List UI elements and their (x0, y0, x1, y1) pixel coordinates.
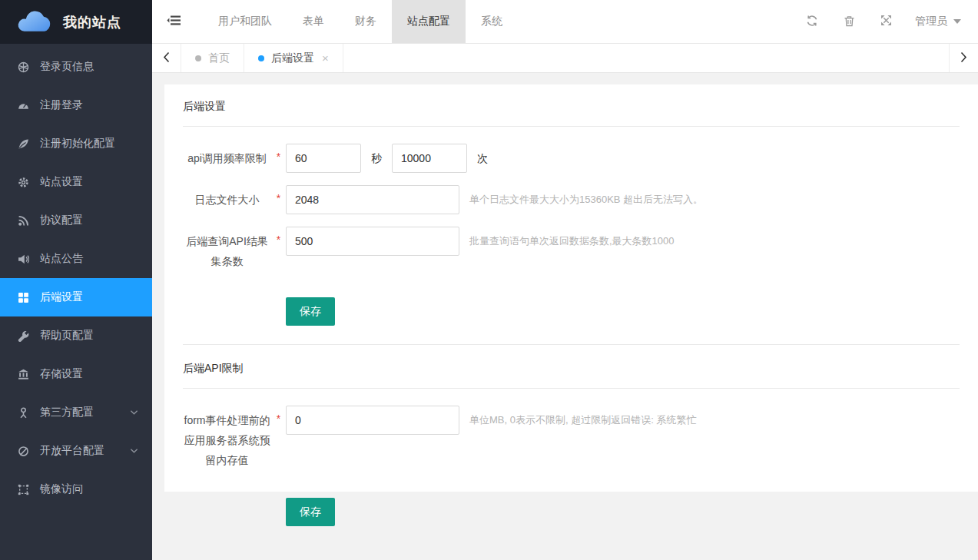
sidebar-item-site-announcement[interactable]: 站点公告 (0, 240, 152, 278)
topnav-label: 系统 (481, 15, 502, 28)
sidebar-item-label: 站点设置 (40, 175, 83, 189)
field-label-line: 留内存值 (183, 450, 271, 470)
top-nav: 用户和团队 表单 财务 站点配置 系统 (203, 0, 518, 43)
sidebar-item-protocol-config[interactable]: 协议配置 (0, 201, 152, 240)
unit-label: 次 (477, 144, 488, 173)
sidebar-item-login-page-info[interactable]: 登录页信息 (0, 48, 152, 86)
sidebar-item-backend-settings[interactable]: 后端设置 (0, 278, 152, 316)
save-row: 保存 (286, 498, 960, 526)
tabbar-spacer (343, 44, 949, 72)
sidebar-nav: 登录页信息 注册登录 注册初始化配置 (0, 44, 152, 560)
topnav-item-site-config[interactable]: 站点配置 (392, 0, 466, 43)
section-backend-settings: 后端设置 api调用频率限制 * 秒 次 (183, 84, 960, 345)
settings-card: 后端设置 api调用频率限制 * 秒 次 (164, 84, 978, 492)
api-rate-seconds-input[interactable] (286, 144, 361, 173)
chevron-left-icon (163, 51, 170, 65)
cloud-icon (14, 8, 54, 36)
pen-icon (17, 138, 29, 150)
query-result-rows-input[interactable] (286, 227, 459, 256)
required-marker: * (271, 144, 286, 163)
field-log-file-size: 日志文件大小 * 单个日志文件最大大小为15360KB 超出后无法写入。 (183, 185, 960, 214)
rss-icon (17, 214, 29, 227)
tab-backend-settings[interactable]: 后端设置 × (244, 44, 343, 72)
close-icon[interactable]: × (322, 52, 329, 64)
sidebar-item-open-platform-config[interactable]: 开放平台配置 (0, 432, 152, 470)
sidebar-item-storage-settings[interactable]: 存储设置 (0, 355, 152, 393)
field-label-line: 集条数 (183, 251, 271, 271)
save-button[interactable]: 保存 (286, 498, 335, 526)
sidebar-item-label: 协议配置 (40, 214, 83, 227)
brand-title: 我的站点 (63, 13, 121, 31)
sidebar-item-label: 帮助页配置 (40, 329, 94, 343)
topbar-actions: 管理员 (794, 0, 978, 43)
topnav-item-users-teams[interactable]: 用户和团队 (203, 0, 287, 43)
sidebar-item-register-login[interactable]: 注册登录 (0, 86, 152, 124)
topnav-label: 站点配置 (407, 15, 450, 28)
field-control: 单个日志文件最大大小为15360KB 超出后无法写入。 (286, 185, 703, 214)
fullscreen-icon (880, 15, 892, 28)
section-title: 后端API限制 (183, 345, 960, 389)
tabs-scroll-left-button[interactable] (152, 44, 181, 72)
mirror-icon (17, 483, 29, 495)
topnav-label: 表单 (303, 15, 324, 28)
required-marker: * (271, 185, 286, 204)
topnav-item-finance[interactable]: 财务 (340, 0, 392, 43)
sidebar-item-register-init-config[interactable]: 注册初始化配置 (0, 124, 152, 163)
sidebar-item-site-settings[interactable]: 站点设置 (0, 163, 152, 201)
field-label: 后端查询API结果 集条数 (183, 227, 271, 271)
brand-logo: 我的站点 (0, 0, 152, 44)
open-platform-icon (17, 445, 29, 457)
sidebar: 我的站点 登录页信息 注册登录 (0, 0, 152, 560)
field-label-line: 应用服务器系统预 (183, 430, 271, 450)
sidebar-item-label: 存储设置 (40, 367, 83, 381)
speaker-icon (17, 253, 29, 265)
sidebar-item-third-party-config[interactable]: 第三方配置 (0, 393, 152, 432)
user-menu[interactable]: 管理员 (915, 15, 961, 28)
clear-cache-button[interactable] (830, 15, 867, 29)
bank-icon (17, 368, 29, 380)
content-area: 后端设置 api调用频率限制 * 秒 次 (152, 73, 978, 560)
main-column: 用户和团队 表单 财务 站点配置 系统 (152, 0, 978, 560)
user-name: 管理员 (915, 15, 947, 28)
log-file-size-input[interactable] (286, 185, 459, 214)
unit-label: 秒 (371, 144, 382, 173)
tab-home[interactable]: 首页 (181, 44, 244, 72)
menu-fold-icon (167, 15, 181, 28)
tab-bar: 首页 后端设置 × (152, 44, 978, 73)
reserved-memory-input[interactable] (286, 406, 459, 435)
tab-dot (195, 55, 201, 61)
sidebar-item-label: 注册初始化配置 (40, 137, 115, 151)
field-label-line: 后端查询API结果 (183, 231, 271, 251)
sidebar-item-label: 登录页信息 (40, 60, 94, 74)
topnav-item-forms[interactable]: 表单 (287, 0, 340, 43)
tabs-scroll-right-button[interactable] (949, 44, 978, 72)
wrench-icon (17, 330, 29, 342)
save-row: 保存 (286, 297, 960, 326)
field-control: 秒 次 (286, 144, 498, 173)
topnav-item-system[interactable]: 系统 (466, 0, 518, 43)
required-marker: * (271, 227, 286, 246)
caret-down-icon (953, 19, 961, 24)
api-rate-count-input[interactable] (392, 144, 467, 173)
section-backend-api-limit: 后端API限制 form事件处理前的 应用服务器系统预 留内存值 * (183, 345, 960, 526)
trash-icon (844, 15, 855, 29)
field-control: 批量查询语句单次返回数据条数,最大条数1000 (286, 227, 675, 256)
save-button[interactable]: 保存 (286, 297, 335, 326)
sidebar-item-mirror-access[interactable]: 镜像访问 (0, 470, 152, 509)
collapse-menu-button[interactable] (152, 0, 195, 43)
chevron-right-icon (960, 51, 967, 65)
field-label: api调用频率限制 (183, 144, 271, 168)
refresh-icon (806, 15, 818, 29)
field-label-line: 日志文件大小 (183, 190, 271, 210)
dashboard-icon (17, 99, 29, 111)
sidebar-item-help-page-config[interactable]: 帮助页配置 (0, 316, 152, 355)
refresh-button[interactable] (794, 15, 830, 29)
sidebar-item-label: 站点公告 (40, 252, 83, 266)
chevron-down-icon (130, 409, 138, 416)
section-body: form事件处理前的 应用服务器系统预 留内存值 * 单位MB, 0表示不限制,… (183, 389, 960, 526)
field-hint: 批量查询语句单次返回数据条数,最大条数1000 (469, 227, 675, 256)
fullscreen-button[interactable] (867, 15, 904, 28)
field-form-reserved-memory: form事件处理前的 应用服务器系统预 留内存值 * 单位MB, 0表示不限制,… (183, 406, 960, 470)
sidebar-item-label: 第三方配置 (40, 406, 94, 419)
top-header: 用户和团队 表单 财务 站点配置 系统 (152, 0, 978, 44)
